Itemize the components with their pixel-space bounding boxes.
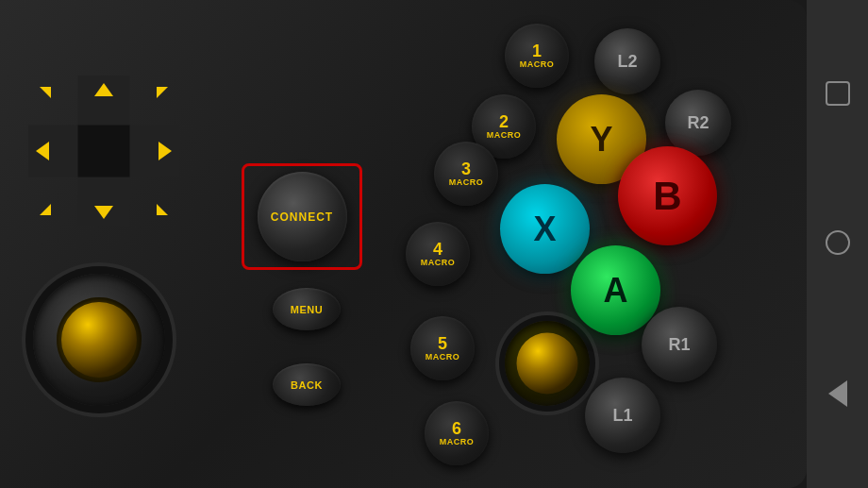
controller: CONNECT MENU BACK 1 MACRO 2 MACRO 3 MACR… [0, 0, 807, 488]
dpad-center [78, 126, 130, 177]
x-button[interactable]: X [500, 184, 590, 274]
connect-button-wrapper: CONNECT [242, 163, 362, 270]
y-label: Y [590, 120, 612, 160]
macro-1-label: MACRO [520, 59, 555, 69]
dpad-bottomleft-arrow [40, 204, 51, 215]
b-label: B [653, 174, 681, 219]
connect-button-border [242, 163, 362, 270]
dpad-bottomright-arrow [157, 204, 168, 215]
a-label: A [604, 271, 628, 311]
macro-4-button[interactable]: 4 MACRO [406, 222, 470, 286]
r2-label: R2 [687, 113, 709, 133]
right-sidebar [807, 0, 868, 488]
dpad[interactable] [28, 76, 179, 227]
dpad-topleft-arrow [40, 87, 51, 98]
dpad-down-arrow [94, 206, 113, 219]
macro-2-label: MACRO [487, 130, 522, 140]
macro-3-label: MACRO [449, 177, 484, 187]
back-icon[interactable] [828, 380, 847, 407]
l1-label: L1 [612, 406, 632, 426]
x-label: X [533, 210, 556, 249]
b-button[interactable]: B [618, 146, 717, 245]
macro-6-button[interactable]: 6 MACRO [425, 401, 489, 465]
macro-4-label: MACRO [421, 258, 456, 267]
dpad-up-arrow [94, 83, 113, 96]
right-analog-stick[interactable] [505, 321, 590, 406]
macro-1-button[interactable]: 1 MACRO [505, 24, 569, 88]
back-button-wrapper: BACK [269, 359, 344, 411]
left-analog-stick[interactable] [33, 274, 165, 406]
menu-label: MENU [291, 304, 323, 315]
dpad-left-arrow [36, 142, 49, 160]
a-button[interactable]: A [571, 245, 660, 335]
macro-6-num: 6 [452, 420, 461, 437]
l2-button[interactable]: L2 [594, 28, 660, 94]
macro-3-num: 3 [461, 160, 471, 177]
macro-6-label: MACRO [440, 437, 475, 446]
back-button[interactable]: BACK [273, 363, 341, 406]
macro-4-num: 4 [433, 241, 442, 258]
macro-3-button[interactable]: 3 MACRO [434, 142, 498, 206]
dpad-topright-arrow [157, 87, 168, 98]
menu-button-wrapper: MENU [269, 283, 344, 335]
l2-label: L2 [617, 52, 637, 72]
macro-1-num: 1 [532, 42, 542, 59]
right-stick-inner [517, 333, 578, 395]
macro-2-num: 2 [499, 113, 509, 130]
r1-label: R1 [668, 335, 690, 355]
circle-icon[interactable] [826, 230, 850, 255]
macro-5-button[interactable]: 5 MACRO [410, 316, 475, 380]
r1-button[interactable]: R1 [642, 307, 717, 382]
r2-button[interactable]: R2 [665, 90, 731, 156]
macro-5-label: MACRO [426, 352, 460, 362]
square-icon[interactable] [826, 81, 850, 106]
left-stick-inner [57, 297, 142, 382]
macro-5-num: 5 [438, 335, 447, 352]
back-label: BACK [291, 379, 323, 391]
menu-button[interactable]: MENU [273, 288, 341, 330]
left-stick-highlight [61, 302, 137, 378]
dpad-right-arrow [159, 142, 172, 160]
l1-button[interactable]: L1 [585, 378, 660, 453]
